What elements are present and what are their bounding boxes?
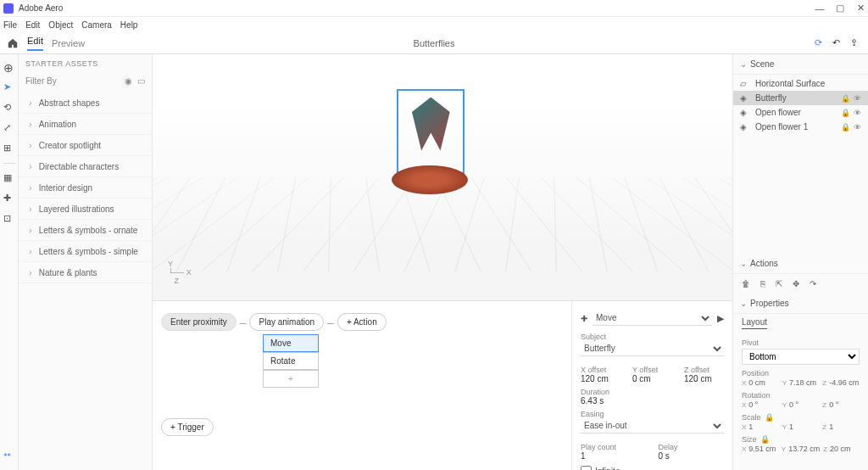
easing-label: Easing bbox=[581, 410, 724, 418]
redo-action-icon[interactable]: ↷ bbox=[810, 279, 816, 288]
delete-action-icon[interactable]: 🗑 bbox=[742, 279, 750, 288]
tab-preview[interactable]: Preview bbox=[52, 38, 85, 48]
delay-value[interactable]: 0 s bbox=[659, 451, 725, 461]
select-tool-icon[interactable]: ➤ bbox=[3, 81, 15, 93]
menu-object[interactable]: Object bbox=[48, 20, 73, 30]
maximize-button[interactable]: ▢ bbox=[836, 4, 844, 13]
asset-category[interactable]: Directable characters bbox=[19, 156, 152, 177]
position-x[interactable]: X0 cm bbox=[742, 378, 779, 387]
scene-item-surface[interactable]: ▱ Horizontal Surface bbox=[733, 76, 868, 91]
refresh-icon[interactable]: ⟳ bbox=[815, 37, 822, 48]
infinite-checkbox[interactable] bbox=[581, 466, 592, 470]
visibility-icon[interactable]: 👁 bbox=[854, 123, 861, 131]
home-icon[interactable] bbox=[7, 37, 19, 49]
attach-action-icon[interactable]: ⇱ bbox=[776, 279, 782, 288]
position-z[interactable]: Z-4.96 cm bbox=[822, 378, 860, 387]
menubar: File Edit Object Camera Help bbox=[0, 17, 868, 32]
placeholder-tool-icon[interactable]: ⊡ bbox=[3, 213, 15, 225]
add-trigger-chip[interactable]: + Trigger bbox=[161, 418, 214, 436]
asset-category[interactable]: Creator spotlight bbox=[19, 135, 152, 156]
lock-icon[interactable]: 🔒 bbox=[841, 109, 850, 117]
starter-assets-panel: STARTER ASSETS Filter By ◉ ▭ Abstract sh… bbox=[19, 54, 153, 470]
actions-section-header[interactable]: Actions bbox=[733, 254, 868, 274]
lock-icon[interactable]: 🔒 bbox=[760, 435, 770, 444]
add-action-chip[interactable]: + Action bbox=[337, 313, 387, 331]
move-tool-icon[interactable]: ✚ bbox=[3, 193, 15, 204]
minimize-button[interactable]: — bbox=[815, 4, 824, 13]
size-x[interactable]: X9.51 cm bbox=[742, 445, 778, 453]
subject-select[interactable]: Butterfly bbox=[581, 341, 724, 356]
rotation-y[interactable]: Y0 ° bbox=[782, 400, 820, 409]
titlebar: Adobe Aero — ▢ ✕ bbox=[0, 0, 868, 17]
selected-object[interactable] bbox=[397, 89, 465, 174]
preview-play-icon[interactable]: ▶ bbox=[717, 313, 724, 324]
behavior-type-select[interactable]: Move bbox=[593, 311, 712, 326]
action-chip[interactable]: Play animation bbox=[249, 313, 324, 331]
share-icon[interactable]: ⇪ bbox=[850, 37, 858, 48]
trigger-chip[interactable]: Enter proximity bbox=[161, 313, 236, 331]
visibility-icon[interactable]: 👁 bbox=[854, 109, 861, 117]
menu-help[interactable]: Help bbox=[120, 20, 138, 30]
lock-icon[interactable]: 🔒 bbox=[841, 123, 850, 131]
asset-category[interactable]: Interior design bbox=[19, 177, 152, 199]
menu-edit[interactable]: Edit bbox=[25, 20, 40, 30]
x-offset-value[interactable]: 120 cm bbox=[581, 374, 620, 383]
behavior-action-move[interactable]: Move bbox=[263, 334, 319, 352]
rotation-z[interactable]: Z0 ° bbox=[822, 400, 860, 409]
asset-category[interactable]: Layered illustrations bbox=[19, 199, 152, 220]
asset-icon: ◈ bbox=[740, 93, 750, 103]
run-tool-icon[interactable]: ᕯ bbox=[3, 451, 15, 463]
rotation-x[interactable]: X0 ° bbox=[742, 400, 779, 409]
scale-y[interactable]: Y1 bbox=[782, 422, 820, 431]
properties-section-header[interactable]: Properties bbox=[733, 294, 868, 314]
close-button[interactable]: ✕ bbox=[856, 4, 865, 13]
size-z[interactable]: Z20 cm bbox=[823, 445, 860, 453]
asset-icon: ◈ bbox=[740, 108, 750, 117]
scale-x[interactable]: X1 bbox=[742, 422, 779, 431]
behavior-action-rotate[interactable]: Rotate bbox=[263, 352, 319, 370]
scene-item-flower-1[interactable]: ◈ Open flower 1 🔒👁 bbox=[733, 120, 868, 134]
rotate-tool-icon[interactable]: ⟲ bbox=[3, 102, 15, 114]
position-y[interactable]: Y7.18 cm bbox=[782, 378, 820, 387]
menu-camera[interactable]: Camera bbox=[81, 20, 112, 30]
lock-icon[interactable]: 🔒 bbox=[841, 94, 850, 103]
expand-action-icon[interactable]: ✥ bbox=[793, 279, 799, 288]
scene-item-butterfly[interactable]: ◈ Butterfly 🔒👁 bbox=[733, 91, 868, 105]
asset-category[interactable]: Letters & symbols - simple bbox=[19, 241, 152, 262]
pivot-select[interactable]: Bottom bbox=[742, 349, 860, 365]
scale-tool-icon[interactable]: ⤢ bbox=[3, 122, 15, 134]
behavior-type-icon: ✚ bbox=[581, 314, 587, 323]
tab-edit[interactable]: Edit bbox=[27, 36, 43, 51]
y-offset-value[interactable]: 0 cm bbox=[632, 374, 672, 383]
copy-action-icon[interactable]: ⎘ bbox=[760, 279, 765, 288]
crop-tool-icon[interactable]: ▦ bbox=[3, 172, 15, 184]
subject-label: Subject bbox=[581, 333, 724, 341]
scene-section-header[interactable]: Scene bbox=[733, 54, 868, 75]
filter-image-icon[interactable]: ▭ bbox=[137, 76, 145, 86]
play-count-value[interactable]: 1 bbox=[581, 451, 647, 461]
filter-globe-icon[interactable]: ◉ bbox=[125, 76, 132, 86]
behavior-panel: Enter proximity – Play animation – + Act… bbox=[153, 300, 732, 470]
duration-value[interactable]: 6.43 s bbox=[581, 396, 724, 406]
chip-connector: – bbox=[327, 316, 334, 329]
visibility-icon[interactable]: 👁 bbox=[854, 94, 861, 103]
lock-icon[interactable]: 🔒 bbox=[765, 413, 774, 422]
easing-select[interactable]: Ease in-out bbox=[581, 418, 724, 434]
scene-item-flower[interactable]: ◈ Open flower 🔒👁 bbox=[733, 105, 868, 120]
asset-category[interactable]: Abstract shapes bbox=[19, 92, 152, 114]
layout-tab[interactable]: Layout bbox=[742, 317, 767, 329]
behavior-action-add[interactable]: + bbox=[263, 370, 319, 388]
asset-category[interactable]: Nature & plants bbox=[19, 262, 152, 283]
viewport[interactable]: Y└── X Z bbox=[153, 54, 732, 300]
scale-z[interactable]: Z1 bbox=[822, 422, 860, 431]
asset-category[interactable]: Animation bbox=[19, 114, 152, 135]
asset-category[interactable]: Letters & symbols - ornate bbox=[19, 220, 152, 241]
size-y[interactable]: Y13.72 cm bbox=[782, 445, 820, 453]
add-tool-icon[interactable]: ⊕ bbox=[3, 61, 15, 73]
undo-icon[interactable]: ↶ bbox=[832, 37, 840, 48]
toolbar: Edit Preview Butterflies ⟳ ↶ ⇪ bbox=[0, 32, 868, 54]
chip-connector: – bbox=[240, 316, 247, 329]
z-offset-value[interactable]: 120 cm bbox=[684, 374, 724, 383]
snap-tool-icon[interactable]: ⊞ bbox=[3, 143, 15, 154]
menu-file[interactable]: File bbox=[3, 20, 17, 30]
